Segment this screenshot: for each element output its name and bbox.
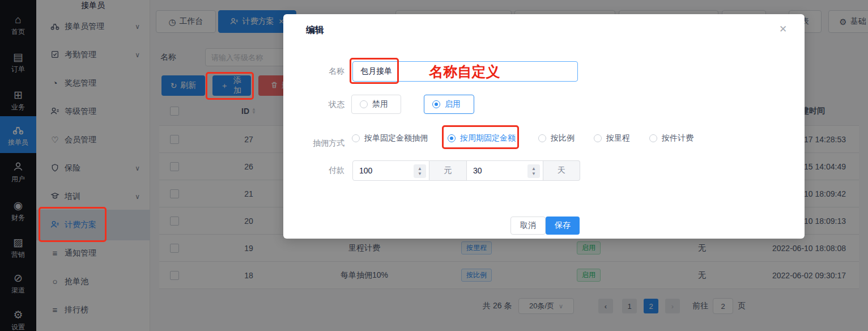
radio-icon <box>360 100 368 108</box>
annotation-text: 名称自定义 <box>419 62 510 81</box>
payment-label: 付款 <box>288 166 344 176</box>
commission-option-5[interactable]: 按件计费 <box>649 133 693 143</box>
period-stepper[interactable]: ▲▼ <box>527 164 540 178</box>
commission-option-label: 按周期固定金额 <box>460 133 516 143</box>
amount-input[interactable]: 100 ▲▼ <box>352 160 429 181</box>
radio-icon <box>538 134 546 142</box>
commission-label: 抽佣方式 <box>288 138 344 148</box>
commission-option-4[interactable]: 按里程 <box>594 133 630 143</box>
commission-option-label: 按里程 <box>606 133 630 143</box>
radio-icon <box>432 100 440 108</box>
commission-option-1[interactable]: 按单固定金额抽佣 <box>352 133 428 143</box>
cancel-button[interactable]: 取消 <box>510 217 546 235</box>
save-button[interactable]: 保存 <box>546 217 580 235</box>
commission-option-2[interactable]: 按周期固定金额 <box>448 133 516 143</box>
page: ⌂首页▤订单⊞业务接单员用户◉财务▨营销⊘渠道⚙设置 接单员 接单员管理∨考勤管… <box>0 0 868 331</box>
radio-icon <box>649 134 657 142</box>
amount-unit: 元 <box>429 160 466 181</box>
radio-icon <box>594 134 602 142</box>
period-input[interactable]: 30 ▲▼ <box>466 160 543 181</box>
status-label: 状态 <box>288 100 344 110</box>
amount-stepper[interactable]: ▲▼ <box>414 164 426 178</box>
commission-option-label: 按件计费 <box>662 133 693 143</box>
status-option-disabled[interactable]: 禁用 <box>351 95 401 114</box>
commission-option-label: 按比例 <box>551 133 575 143</box>
commission-option-3[interactable]: 按比例 <box>538 133 575 143</box>
edit-dialog: 编辑 ✕ 名称 包月接单 状态 禁用 启用 抽佣方式 按单固定金额抽佣按周期固定… <box>283 14 805 239</box>
radio-icon <box>448 134 456 142</box>
status-option-enabled[interactable]: 启用 <box>424 95 474 114</box>
dialog-title: 编辑 <box>306 24 324 36</box>
radio-icon <box>352 134 360 142</box>
period-unit: 天 <box>543 160 580 181</box>
dialog-close-icon[interactable]: ✕ <box>779 23 787 35</box>
name-label: 名称 <box>288 66 344 77</box>
commission-option-label: 按单固定金额抽佣 <box>364 133 428 143</box>
